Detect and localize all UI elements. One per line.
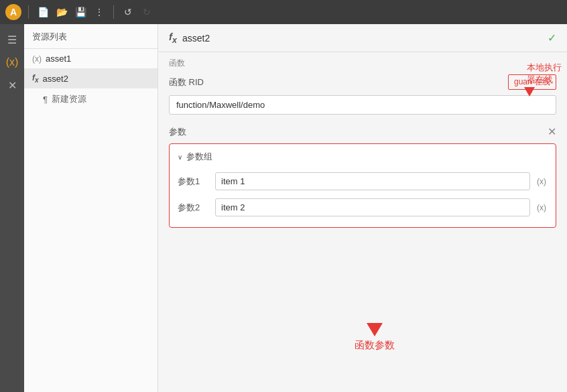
save-btn[interactable]: 💾 xyxy=(73,5,88,19)
new-file-btn[interactable]: 📄 xyxy=(36,5,50,19)
detail-header: fx asset2 ✓ xyxy=(158,24,567,52)
func-rid-label: 函数 RID xyxy=(169,76,204,88)
detail-fx-icon: fx xyxy=(169,31,177,45)
toolbar: A 📄 📂 💾 ⋮ ↺ ↻ xyxy=(0,0,567,24)
new-asset-item[interactable]: ¶ 新建资源 xyxy=(24,88,158,110)
param2-input[interactable] xyxy=(215,198,530,216)
param1-label: 参数1 xyxy=(178,176,210,188)
detail-asset-name: asset2 xyxy=(182,33,542,44)
gear-icon[interactable]: ✕ xyxy=(548,125,556,138)
funcparams-annotation: 函数参数 xyxy=(355,323,395,352)
undo-btn[interactable]: ↺ xyxy=(121,5,135,19)
func-rid-input-row xyxy=(158,92,567,120)
detail-check-icon: ✓ xyxy=(548,31,556,44)
detail-panel: fx asset2 ✓ 函数 函数 RID guan 在线 参数 ✕ ∨ 参数组… xyxy=(158,24,567,392)
param2-clear-btn[interactable]: (x) xyxy=(536,203,548,212)
more-btn[interactable]: ⋮ xyxy=(92,5,107,19)
main-layout: ☰ (x) ✕ 资源列表 (x) asset1 fx asset2 ¶ 新建资源… xyxy=(0,24,567,392)
open-btn[interactable]: 📂 xyxy=(54,5,69,19)
toolbar-separator xyxy=(28,5,29,19)
funcparams-arrow-icon xyxy=(367,323,383,336)
variable-icon: (x) xyxy=(32,54,42,64)
func-rid-row: 函数 RID guan 在线 xyxy=(158,72,567,92)
param-row-2: 参数2 (x) xyxy=(178,194,548,220)
param1-clear-btn[interactable]: (x) xyxy=(536,177,548,186)
list-view-btn[interactable]: ☰ xyxy=(2,29,22,50)
param-row-1: 参数1 (x) xyxy=(178,168,548,194)
toolbar-separator-2 xyxy=(113,5,114,19)
funcparams-annotation-text: 函数参数 xyxy=(355,339,395,352)
asset2-label: asset2 xyxy=(43,74,68,84)
asset-item-asset1[interactable]: (x) asset1 xyxy=(24,49,158,68)
params-header-row: 参数 ✕ xyxy=(158,120,567,141)
params-box: ∨ 参数组 参数1 (x) 参数2 (x) xyxy=(169,143,556,228)
assets-panel: 资源列表 (x) asset1 fx asset2 ¶ 新建资源 xyxy=(24,24,158,392)
fx-icon-asset2: fx xyxy=(32,73,39,84)
assets-panel-title: 资源列表 xyxy=(24,24,158,49)
new-asset-label: 新建资源 xyxy=(52,93,86,105)
chevron-down-icon[interactable]: ∨ xyxy=(178,153,182,161)
tools-view-btn[interactable]: ✕ xyxy=(2,75,22,95)
params-group-header: ∨ 参数组 xyxy=(178,151,548,168)
param1-input[interactable] xyxy=(215,172,530,190)
asset1-label: asset1 xyxy=(46,54,71,64)
func-rid-input[interactable] xyxy=(169,95,556,115)
section-function-label: 函数 xyxy=(158,52,567,72)
app-logo: A xyxy=(5,4,21,20)
func-rid-badge: guan 在线 xyxy=(508,74,556,90)
asset-item-asset2[interactable]: fx asset2 xyxy=(24,68,158,88)
params-label: 参数 xyxy=(169,126,548,138)
redo-btn[interactable]: ↻ xyxy=(139,5,154,19)
params-group-label: 参数组 xyxy=(186,151,212,163)
param2-label: 参数2 xyxy=(178,202,210,214)
variable-view-btn[interactable]: (x) xyxy=(2,52,22,72)
new-asset-icon: ¶ xyxy=(43,94,48,105)
icon-sidebar: ☰ (x) ✕ xyxy=(0,24,24,392)
